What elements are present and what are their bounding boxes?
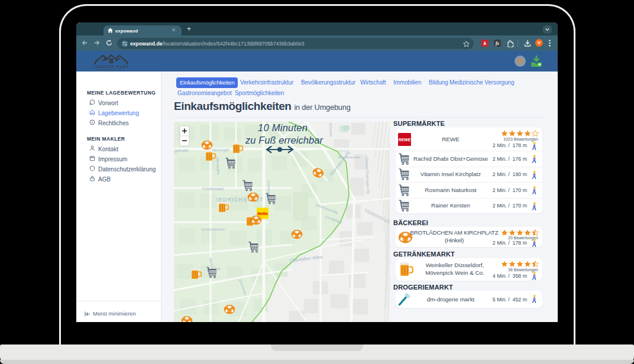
svg-text:Jahnstraße: Jahnstraße bbox=[216, 157, 220, 176]
svg-text:COMPANY NAME: COMPANY NAME bbox=[93, 65, 129, 69]
svg-text:REWE: REWE bbox=[399, 138, 411, 142]
svg-text:fx: fx bbox=[496, 41, 499, 46]
svg-text:Fürstenwall: Fürstenwall bbox=[202, 187, 224, 191]
svg-text:Herzogstr: Herzogstr bbox=[212, 148, 230, 152]
svg-text:Bunsenstraße: Bunsenstraße bbox=[338, 155, 361, 159]
svg-text:10 Minuten: 10 Minuten bbox=[258, 122, 308, 133]
svg-text:Slogan Goes Here: Slogan Goes Here bbox=[98, 69, 125, 71]
svg-text:zu Fuß erreichbar: zu Fuß erreichbar bbox=[245, 135, 324, 145]
svg-text:Netto: Netto bbox=[257, 212, 269, 216]
svg-text:Kirchfeldstraße: Kirchfeldstraße bbox=[201, 228, 225, 231]
svg-text:gstraße: gstraße bbox=[174, 148, 189, 153]
svg-text:Scheune: Scheune bbox=[329, 123, 333, 138]
